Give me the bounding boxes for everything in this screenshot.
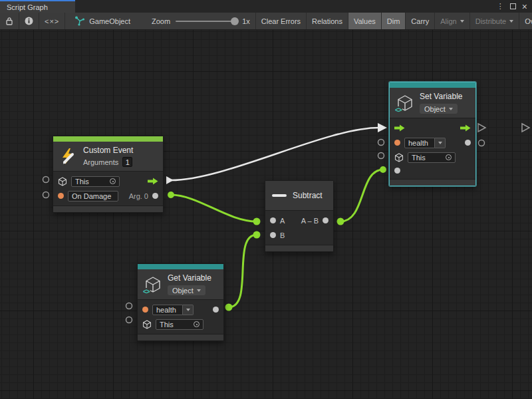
variable-name-value: health <box>152 305 183 315</box>
value-out-port-dot[interactable] <box>465 140 471 146</box>
subtract-node[interactable]: Subtract A A – B B <box>265 180 334 252</box>
event-name-port-row: On Damage Arg. 0 <box>53 190 163 202</box>
caret-down-icon <box>509 20 513 23</box>
port-circle-customevent-name[interactable] <box>43 192 49 198</box>
port-circle-getvariable-name[interactable] <box>126 303 132 309</box>
port-dot-arg0-out[interactable] <box>168 192 174 198</box>
variable-accent-bar <box>390 82 475 88</box>
variable-name-row: health <box>138 303 223 316</box>
event-name-value: On Damage <box>72 192 111 200</box>
object-picker-icon[interactable] <box>110 178 116 184</box>
caret-down-icon <box>449 108 453 110</box>
relations-button[interactable]: Relations <box>307 13 348 29</box>
port-circle-setvariable-name[interactable] <box>378 140 384 146</box>
variable-name-dropdown[interactable]: health <box>152 305 194 315</box>
zoom-slider-thumb[interactable] <box>231 17 239 25</box>
port-circle-setvariable-target[interactable] <box>378 153 384 159</box>
arguments-value-field[interactable]: 1 <box>122 157 132 167</box>
variable-brackets-icon: <> <box>394 106 402 114</box>
node-footer <box>265 245 333 251</box>
target-field[interactable]: This <box>408 152 456 163</box>
output-port-dot[interactable] <box>323 217 329 223</box>
info-button[interactable] <box>19 13 39 29</box>
wire-control-custom-event-to-set-variable[interactable] <box>171 128 379 180</box>
custom-event-ports: This On Damage Arg. 0 <box>53 172 163 205</box>
lock-button[interactable] <box>0 13 19 29</box>
port-dot-subtract-b-in[interactable] <box>253 231 261 239</box>
values-button[interactable]: Values <box>348 13 381 29</box>
flow-output-arrow-icon[interactable] <box>148 178 158 185</box>
object-picker-icon[interactable] <box>194 321 200 327</box>
wire-value-arg0-to-subtract-a[interactable] <box>171 195 257 221</box>
value-port-dot[interactable] <box>394 140 400 146</box>
caret-down-icon <box>438 142 442 144</box>
b-port-label: B <box>280 231 285 239</box>
b-port-dot[interactable] <box>270 232 276 238</box>
zoom-value: 1x <box>242 17 250 25</box>
object-picker-icon[interactable] <box>446 154 452 160</box>
caret-down-icon <box>197 289 201 292</box>
variable-accent-bar <box>138 264 223 269</box>
gameobject-reference[interactable]: GameObject <box>74 16 130 26</box>
dim-button[interactable]: Dim <box>382 13 406 29</box>
flow-output-arrow-icon[interactable] <box>460 124 471 132</box>
event-name-field[interactable]: On Damage <box>68 191 118 201</box>
distribute-dropdown[interactable]: Distribute <box>470 13 519 29</box>
custom-event-header: Custom Event Arguments 1 <box>53 142 163 172</box>
port-triangle-offscreen[interactable] <box>522 124 529 132</box>
dropdown-button[interactable] <box>183 305 194 315</box>
custom-event-node[interactable]: Custom Event Arguments 1 This <box>53 136 164 213</box>
value-port-dot[interactable] <box>142 307 148 313</box>
a-port-dot[interactable] <box>270 217 276 223</box>
scope-dropdown[interactable]: Object <box>168 285 205 295</box>
control-output-triangle[interactable] <box>166 176 174 184</box>
overview-button[interactable]: Overv <box>519 13 532 29</box>
port-circle-getvariable-target[interactable] <box>126 317 132 323</box>
graph-toolbar: <×> GameObject Zoom 1x Clear Errors Rela… <box>0 13 532 30</box>
align-dropdown[interactable]: Align <box>435 13 469 29</box>
set-variable-ports: health This <box>390 118 475 179</box>
close-icon[interactable]: × <box>522 2 527 11</box>
scope-value: Object <box>424 105 446 113</box>
arg0-port-dot[interactable] <box>152 193 158 199</box>
tab-script-graph[interactable]: Script Graph <box>0 0 75 13</box>
set-variable-node[interactable]: <> Set Variable Object <box>389 82 476 186</box>
carry-button[interactable]: Carry <box>406 13 434 29</box>
value-port-dot[interactable] <box>58 193 64 199</box>
zoom-slider[interactable] <box>176 21 237 22</box>
port-dot-subtract-out[interactable] <box>337 218 344 225</box>
maximize-icon[interactable] <box>510 3 516 9</box>
get-variable-node[interactable]: <> Get Variable Object health <box>137 263 224 341</box>
caret-down-icon <box>186 309 190 311</box>
port-dot-subtract-a-in[interactable] <box>253 218 261 225</box>
clear-errors-button[interactable]: Clear Errors <box>256 13 306 29</box>
variable-name-row: health <box>390 136 475 149</box>
cube-icon <box>394 153 404 162</box>
scope-dropdown[interactable]: Object <box>420 104 458 114</box>
node-title: Get Variable <box>168 273 211 283</box>
variable-name-dropdown[interactable]: health <box>404 138 446 148</box>
port-triangle-setvariable-flow-out[interactable] <box>478 124 485 132</box>
dropdown-button[interactable] <box>435 138 446 148</box>
port-circle-customevent-target[interactable] <box>43 177 49 183</box>
code-view-button[interactable]: <×> <box>39 13 65 29</box>
event-accent-bar <box>53 136 163 142</box>
flow-input-arrow-icon[interactable] <box>394 124 405 132</box>
node-title: Set Variable <box>420 92 462 102</box>
window-menu-icon[interactable]: ⋮ <box>497 3 504 10</box>
port-circle-setvariable-value-out[interactable] <box>479 140 485 146</box>
wire-value-subtract-to-setvariable[interactable] <box>340 170 383 221</box>
value-in-port-dot[interactable] <box>394 168 400 174</box>
target-field[interactable]: This <box>156 319 203 330</box>
port-dot-getvariable-out[interactable] <box>225 304 233 311</box>
target-field[interactable]: This <box>71 176 120 187</box>
a-port-label: A <box>280 217 285 225</box>
target-value: This <box>160 321 174 329</box>
arguments-label: Arguments <box>83 158 118 166</box>
wire-value-getvariable-to-subtract-b[interactable] <box>229 235 257 307</box>
control-wire-arrowhead <box>378 123 387 132</box>
value-out-port-dot[interactable] <box>213 307 219 313</box>
port-dot-setvariable-value-in[interactable] <box>380 166 386 173</box>
info-icon <box>25 17 33 25</box>
script-graph-window: Custom Event Arguments 1 This <box>0 0 532 399</box>
